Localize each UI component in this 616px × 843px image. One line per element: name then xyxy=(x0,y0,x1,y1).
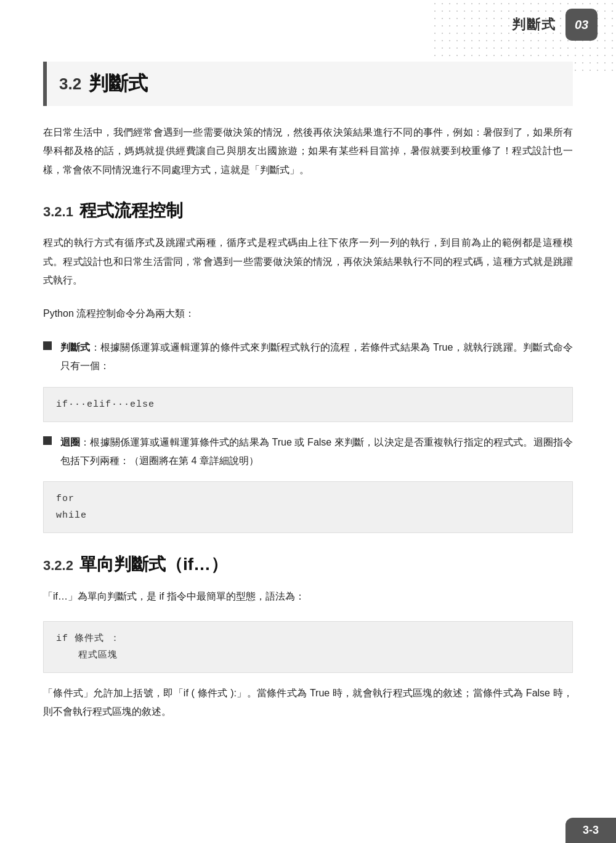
section-322-intro: 「if…」為單向判斷式，是 if 指令中最簡單的型態，語法為： xyxy=(43,587,573,606)
section-321-title: 程式流程控制 xyxy=(79,199,183,222)
main-content: 3.2 判斷式 在日常生活中，我們經常會遇到一些需要做決策的情況，然後再依決策結… xyxy=(0,49,616,773)
bullet-square-2 xyxy=(43,436,52,445)
page-number: 3-3 xyxy=(565,818,616,843)
section-32-intro: 在日常生活中，我們經常會遇到一些需要做決策的情況，然後再依決策結果進行不同的事件… xyxy=(43,123,573,179)
code3-line1: if 條件式 ： xyxy=(56,630,560,647)
bullet-content-2: 迴圈：根據關係運算或邏輯運算條件式的結果為 True 或 False 來判斷，以… xyxy=(60,433,573,471)
code-block-2: for while xyxy=(43,481,573,533)
section-322-heading: 3.2.2 單向判斷式（if…） xyxy=(43,553,573,576)
chapter-badge: 03 xyxy=(565,9,598,41)
bullet1-text: 根據關係運算或邏輯運算的條件式來判斷程式執行的流程，若條件式結果為 True，就… xyxy=(60,342,573,371)
page-container: 判斷式 03 3.2 判斷式 在日常生活中，我們經常會遇到一些需要做決策的情況，… xyxy=(0,0,616,843)
section-322-title: 單向判斷式（if…） xyxy=(79,553,228,576)
section-32-title: 判斷式 xyxy=(89,70,148,97)
bullet2-text: 根據關係運算或邏輯運算條件式的結果為 True 或 False 來判斷，以決定是… xyxy=(60,437,573,466)
bullet-item-1: 判斷式：根據關係運算或邏輯運算的條件式來判斷程式執行的流程，若條件式結果為 Tr… xyxy=(43,338,573,376)
section-321-heading: 3.2.1 程式流程控制 xyxy=(43,199,573,222)
page-header: 判斷式 03 xyxy=(0,0,616,49)
section-32-title-box: 3.2 判斷式 xyxy=(43,62,573,106)
bullet2-colon: ： xyxy=(80,437,90,447)
code3-line2: 程式區塊 xyxy=(56,647,560,664)
code-block-1: if···elif···else xyxy=(43,387,573,422)
section-322-explanation: 「條件式」允許加上括號，即「if ( 條件式 ):」。當條件式為 True 時，… xyxy=(43,684,573,722)
code1-line: if···elif···else xyxy=(56,396,560,413)
section-32-number: 3.2 xyxy=(59,75,81,94)
chapter-title-header: 判斷式 xyxy=(512,15,556,34)
code2-line1: for xyxy=(56,491,560,507)
section-321-number: 3.2.1 xyxy=(43,204,73,220)
bullet1-label: 判斷式 xyxy=(60,342,91,352)
page-footer: 3-3 xyxy=(0,818,616,843)
section-321-paragraph1: 程式的執行方式有循序式及跳躍式兩種，循序式是程式碼由上往下依序一列一列的執行，到… xyxy=(43,234,573,290)
bullet2-label: 迴圈 xyxy=(60,437,80,447)
bullet-content-1: 判斷式：根據關係運算或邏輯運算的條件式來判斷程式執行的流程，若條件式結果為 Tr… xyxy=(60,338,573,376)
bullet1-colon: ： xyxy=(91,342,100,352)
code-block-3: if 條件式 ： 程式區塊 xyxy=(43,621,573,673)
bullet-item-2: 迴圈：根據關係運算或邏輯運算條件式的結果為 True 或 False 來判斷，以… xyxy=(43,433,573,471)
python-label: Python 流程控制命令分為兩大類： xyxy=(43,304,573,323)
code2-line2: while xyxy=(56,507,560,524)
bullet-square-1 xyxy=(43,341,52,350)
section-322-number: 3.2.2 xyxy=(43,558,73,574)
